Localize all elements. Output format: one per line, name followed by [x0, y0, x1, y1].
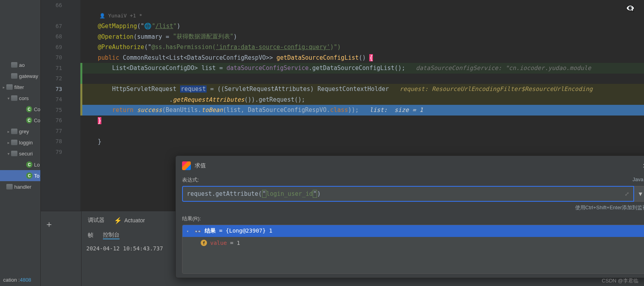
tab-console[interactable]: 控制台: [103, 231, 120, 239]
folder-icon: [11, 140, 17, 145]
folder-icon: [11, 73, 17, 79]
tree-folder-item[interactable]: cors: [0, 93, 40, 104]
watermark: CSDN @李君临: [602, 277, 638, 284]
tree-item-label: To: [34, 173, 40, 179]
tree-item-label: filter: [14, 84, 24, 90]
tree-item-label: Co: [34, 106, 40, 112]
tree-item-label: handler: [14, 184, 31, 190]
result-root[interactable]: ▾ 👓 结果 = {Long@23907} 1: [182, 225, 644, 237]
tree-item-label: Co: [34, 117, 40, 123]
tab-frames[interactable]: 帧: [88, 232, 93, 239]
glasses-icon: 👓: [194, 228, 201, 234]
tree-folder-item[interactable]: handler: [0, 181, 40, 192]
project-tree[interactable]: aogatewayfiltercorsCCoCCogreylogginsecur…: [0, 0, 41, 286]
tab-actuator[interactable]: ⚡Actuator: [114, 217, 145, 224]
sidebar-footer: cation :4808: [3, 277, 31, 283]
class-icon: C: [26, 161, 32, 168]
history-dropdown[interactable]: ▼: [634, 186, 644, 202]
actuator-icon: ⚡: [114, 217, 122, 224]
tree-item-label: cors: [19, 95, 29, 101]
tree-item-label: securi: [19, 151, 33, 157]
chevron-icon[interactable]: [6, 129, 11, 134]
tree-item-label: loggin: [19, 140, 33, 146]
class-icon: C: [26, 117, 32, 123]
hotkey-hint: 使用Ctrl+Shift+Enter添加到监视: [182, 204, 644, 211]
tree-item-label: gateway: [19, 73, 38, 79]
close-icon[interactable]: ✕: [642, 162, 644, 170]
class-icon: C: [26, 172, 32, 179]
tree-class-item[interactable]: CCo: [0, 115, 40, 126]
chevron-down-icon[interactable]: ▾: [186, 229, 191, 233]
result-tree[interactable]: ▾ 👓 结果 = {Long@23907} 1 f value = 1: [182, 225, 644, 274]
chevron-icon[interactable]: [6, 96, 11, 100]
folder-icon: [11, 151, 17, 156]
chevron-icon[interactable]: [1, 85, 6, 89]
tree-item-label: ao: [19, 62, 25, 68]
class-icon: C: [26, 106, 32, 112]
folder-icon: [11, 129, 17, 134]
folder-icon: [11, 62, 17, 68]
chevron-icon[interactable]: [6, 140, 11, 145]
gutter: 66 67 68 69 70 71 72 73 74 75 76 77 78 7…: [41, 0, 80, 211]
expand-icon[interactable]: ⤢: [625, 191, 629, 197]
evaluate-dialog[interactable]: 求值 ✕ 表达式: Java ▾ request.getAttribute("l…: [175, 155, 644, 278]
tree-folder-item[interactable]: grey: [0, 126, 40, 137]
folder-icon: [6, 84, 13, 90]
folder-icon: [6, 184, 13, 189]
expression-input[interactable]: request.getAttribute("login_user_id") ⤢: [182, 186, 634, 202]
tree-folder-item[interactable]: loggin: [0, 137, 40, 148]
tree-class-item[interactable]: CLo: [0, 159, 40, 170]
tree-folder-item[interactable]: securi: [0, 148, 40, 159]
tab-debugger[interactable]: 调试器: [88, 217, 104, 224]
tree-folder-item[interactable]: gateway: [0, 70, 40, 81]
result-label: 结果(R):: [182, 215, 644, 222]
tree-folder-item[interactable]: filter: [0, 81, 40, 93]
author-annotation: YunaiV +1 *: [80, 11, 644, 21]
dialog-title: 求值: [195, 162, 206, 169]
result-field[interactable]: f value = 1: [182, 237, 644, 249]
folder-icon: [11, 95, 17, 101]
intellij-icon: [182, 161, 191, 170]
tree-class-item[interactable]: CCo: [0, 104, 40, 115]
expression-label: 表达式:: [182, 176, 199, 184]
tree-item-label: Lo: [34, 162, 40, 168]
code-line: [80, 0, 644, 11]
tree-item-label: grey: [19, 129, 29, 134]
field-icon: f: [201, 240, 207, 246]
inspections-eye-icon[interactable]: 👁‍🗨: [626, 4, 635, 12]
line-number: 66: [41, 0, 80, 11]
add-icon[interactable]: ＋: [45, 218, 53, 230]
chevron-icon[interactable]: [6, 152, 11, 156]
tree-folder-item[interactable]: ao: [0, 59, 40, 70]
debug-sidebar: ＋: [41, 211, 82, 286]
tree-class-item[interactable]: CTo: [0, 170, 40, 181]
language-dropdown[interactable]: Java ▾: [633, 176, 644, 184]
